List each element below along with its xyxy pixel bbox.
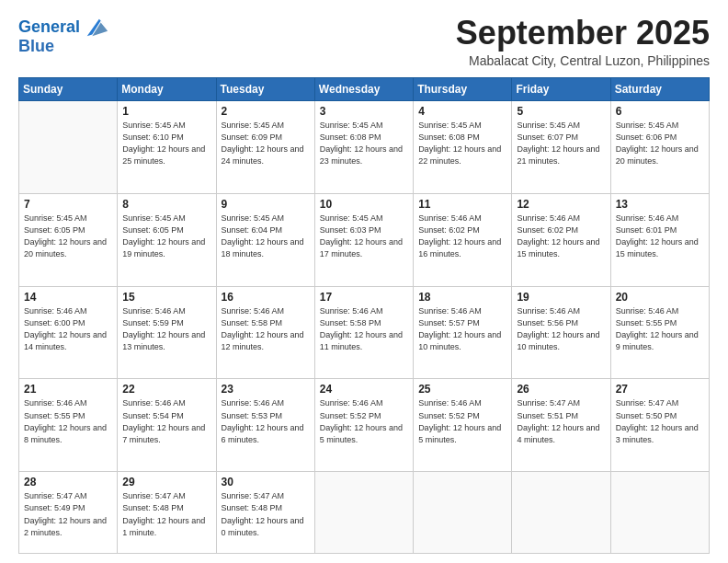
day-info: Sunrise: 5:45 AM Sunset: 6:03 PM Dayligh… (320, 213, 408, 260)
table-row: 13 Sunrise: 5:46 AM Sunset: 6:01 PM Dayl… (610, 193, 709, 286)
table-row: 19 Sunrise: 5:46 AM Sunset: 5:56 PM Dayl… (512, 286, 610, 379)
table-row: 3 Sunrise: 5:45 AM Sunset: 6:08 PM Dayli… (314, 100, 413, 193)
table-row: 20 Sunrise: 5:46 AM Sunset: 5:55 PM Dayl… (610, 286, 709, 379)
table-row: 12 Sunrise: 5:46 AM Sunset: 6:02 PM Dayl… (512, 193, 610, 286)
day-number: 6 (616, 105, 704, 118)
table-row (610, 472, 709, 554)
day-info: Sunrise: 5:46 AM Sunset: 5:57 PM Dayligh… (418, 305, 506, 353)
day-info: Sunrise: 5:45 AM Sunset: 6:05 PM Dayligh… (24, 213, 112, 260)
day-number: 8 (122, 198, 210, 211)
header: General Blue September 2025 Mabalacat Ci… (18, 15, 710, 68)
table-row: 4 Sunrise: 5:45 AM Sunset: 6:08 PM Dayli… (414, 100, 512, 193)
day-info: Sunrise: 5:46 AM Sunset: 5:59 PM Dayligh… (122, 305, 210, 353)
page: General Blue September 2025 Mabalacat Ci… (0, 0, 728, 563)
table-row: 17 Sunrise: 5:46 AM Sunset: 5:58 PM Dayl… (314, 286, 413, 379)
table-row: 27 Sunrise: 5:47 AM Sunset: 5:50 PM Dayl… (610, 379, 709, 472)
day-number: 17 (320, 291, 408, 304)
table-row (19, 100, 118, 193)
table-row: 11 Sunrise: 5:46 AM Sunset: 6:02 PM Dayl… (414, 193, 512, 286)
col-monday: Monday (118, 77, 216, 100)
table-row: 28 Sunrise: 5:47 AM Sunset: 5:49 PM Dayl… (19, 472, 118, 554)
col-saturday: Saturday (610, 77, 709, 100)
day-info: Sunrise: 5:47 AM Sunset: 5:50 PM Dayligh… (616, 397, 704, 445)
day-number: 14 (24, 291, 112, 304)
day-number: 20 (616, 291, 704, 304)
col-friday: Friday (512, 77, 610, 100)
day-info: Sunrise: 5:46 AM Sunset: 6:00 PM Dayligh… (24, 305, 112, 353)
table-row: 10 Sunrise: 5:45 AM Sunset: 6:03 PM Dayl… (314, 193, 413, 286)
day-info: Sunrise: 5:45 AM Sunset: 6:04 PM Dayligh… (222, 213, 310, 260)
table-row: 23 Sunrise: 5:46 AM Sunset: 5:53 PM Dayl… (216, 379, 314, 472)
table-row: 21 Sunrise: 5:46 AM Sunset: 5:55 PM Dayl… (19, 379, 118, 472)
table-row (314, 472, 413, 554)
table-row: 14 Sunrise: 5:46 AM Sunset: 6:00 PM Dayl… (19, 286, 118, 379)
day-number: 21 (24, 383, 112, 396)
day-info: Sunrise: 5:45 AM Sunset: 6:08 PM Dayligh… (418, 120, 506, 167)
table-row: 30 Sunrise: 5:47 AM Sunset: 5:48 PM Dayl… (216, 472, 314, 554)
day-number: 12 (517, 198, 605, 211)
day-info: Sunrise: 5:46 AM Sunset: 5:58 PM Dayligh… (222, 305, 310, 353)
logo-icon (84, 15, 109, 40)
day-number: 29 (122, 476, 210, 488)
calendar-table: Sunday Monday Tuesday Wednesday Thursday… (18, 77, 710, 554)
day-info: Sunrise: 5:45 AM Sunset: 6:07 PM Dayligh… (517, 120, 605, 167)
table-row: 15 Sunrise: 5:46 AM Sunset: 5:59 PM Dayl… (118, 286, 216, 379)
day-number: 11 (418, 198, 506, 211)
day-number: 19 (517, 291, 605, 304)
day-number: 27 (616, 383, 704, 396)
day-info: Sunrise: 5:46 AM Sunset: 6:02 PM Dayligh… (418, 213, 506, 260)
day-info: Sunrise: 5:45 AM Sunset: 6:09 PM Dayligh… (222, 120, 310, 167)
month-title: September 2025 (456, 15, 710, 52)
table-row: 8 Sunrise: 5:45 AM Sunset: 6:05 PM Dayli… (118, 193, 216, 286)
location-title: Mabalacat City, Central Luzon, Philippin… (456, 53, 710, 68)
table-row: 22 Sunrise: 5:46 AM Sunset: 5:54 PM Dayl… (118, 379, 216, 472)
col-thursday: Thursday (414, 77, 512, 100)
table-row: 16 Sunrise: 5:46 AM Sunset: 5:58 PM Dayl… (216, 286, 314, 379)
table-row: 6 Sunrise: 5:45 AM Sunset: 6:06 PM Dayli… (610, 100, 709, 193)
day-number: 4 (418, 105, 506, 118)
table-row: 26 Sunrise: 5:47 AM Sunset: 5:51 PM Dayl… (512, 379, 610, 472)
day-info: Sunrise: 5:47 AM Sunset: 5:48 PM Dayligh… (122, 490, 210, 538)
table-row: 7 Sunrise: 5:45 AM Sunset: 6:05 PM Dayli… (19, 193, 118, 286)
day-info: Sunrise: 5:47 AM Sunset: 5:48 PM Dayligh… (222, 490, 310, 538)
table-row (414, 472, 512, 554)
logo-text: General (18, 18, 80, 37)
table-row: 9 Sunrise: 5:45 AM Sunset: 6:04 PM Dayli… (216, 193, 314, 286)
day-number: 18 (418, 291, 506, 304)
day-number: 1 (122, 105, 210, 118)
col-tuesday: Tuesday (216, 77, 314, 100)
day-info: Sunrise: 5:46 AM Sunset: 5:55 PM Dayligh… (24, 397, 112, 445)
day-info: Sunrise: 5:46 AM Sunset: 5:52 PM Dayligh… (320, 397, 408, 445)
day-info: Sunrise: 5:47 AM Sunset: 5:49 PM Dayligh… (24, 490, 112, 538)
day-number: 26 (517, 383, 605, 396)
day-info: Sunrise: 5:46 AM Sunset: 5:54 PM Dayligh… (122, 397, 210, 445)
day-info: Sunrise: 5:46 AM Sunset: 5:55 PM Dayligh… (616, 305, 704, 353)
day-number: 10 (320, 198, 408, 211)
day-number: 3 (320, 105, 408, 118)
day-number: 23 (222, 383, 310, 396)
day-info: Sunrise: 5:46 AM Sunset: 6:02 PM Dayligh… (517, 213, 605, 260)
day-info: Sunrise: 5:46 AM Sunset: 5:53 PM Dayligh… (222, 397, 310, 445)
day-number: 2 (222, 105, 310, 118)
table-row: 29 Sunrise: 5:47 AM Sunset: 5:48 PM Dayl… (118, 472, 216, 554)
col-wednesday: Wednesday (314, 77, 413, 100)
table-row: 5 Sunrise: 5:45 AM Sunset: 6:07 PM Dayli… (512, 100, 610, 193)
title-block: September 2025 Mabalacat City, Central L… (456, 15, 710, 68)
day-info: Sunrise: 5:46 AM Sunset: 5:52 PM Dayligh… (418, 397, 506, 445)
day-number: 30 (222, 476, 310, 488)
day-info: Sunrise: 5:46 AM Sunset: 5:56 PM Dayligh… (517, 305, 605, 353)
day-info: Sunrise: 5:45 AM Sunset: 6:10 PM Dayligh… (122, 120, 210, 167)
day-number: 16 (222, 291, 310, 304)
day-info: Sunrise: 5:46 AM Sunset: 6:01 PM Dayligh… (616, 213, 704, 260)
day-number: 9 (222, 198, 310, 211)
day-number: 24 (320, 383, 408, 396)
calendar-header-row: Sunday Monday Tuesday Wednesday Thursday… (19, 77, 710, 100)
day-number: 15 (122, 291, 210, 304)
day-info: Sunrise: 5:47 AM Sunset: 5:51 PM Dayligh… (517, 397, 605, 445)
day-number: 13 (616, 198, 704, 211)
logo: General Blue (18, 15, 109, 56)
day-info: Sunrise: 5:45 AM Sunset: 6:05 PM Dayligh… (122, 213, 210, 260)
table-row: 18 Sunrise: 5:46 AM Sunset: 5:57 PM Dayl… (414, 286, 512, 379)
col-sunday: Sunday (19, 77, 118, 100)
day-number: 7 (24, 198, 112, 211)
